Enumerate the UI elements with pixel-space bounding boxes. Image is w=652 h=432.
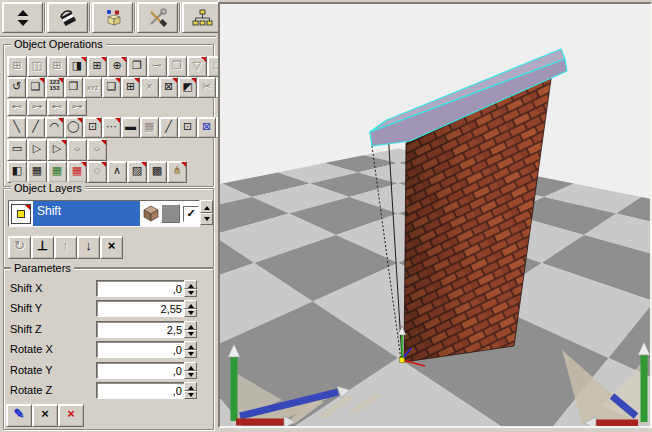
slope-button[interactable]: ╱ xyxy=(159,117,178,138)
layer-spinner[interactable] xyxy=(200,200,213,225)
rectangle-button[interactable]: ▭ xyxy=(7,139,27,161)
rotate-y-input[interactable] xyxy=(96,362,186,379)
thick-line-button[interactable]: ▬ xyxy=(121,117,140,138)
subdivide-grid-button[interactable]: ⊞ xyxy=(87,56,107,77)
dot-circle-button[interactable]: ◌ xyxy=(87,161,107,183)
delete-parameters-button[interactable]: × xyxy=(58,404,84,427)
copy-object-button[interactable]: ❏ xyxy=(26,77,45,98)
vegetation-grid-button[interactable]: ▦ xyxy=(47,161,67,183)
layer-visible-checkbox[interactable]: ✓ xyxy=(183,206,199,222)
polygon-button[interactable]: ▷ xyxy=(47,139,67,161)
segment-mode-button[interactable]: ⊶ xyxy=(27,99,47,116)
layer-name[interactable]: Shift xyxy=(33,201,140,226)
oval-button[interactable]: ○ xyxy=(87,139,107,161)
transform-copy-icon: ❐ xyxy=(69,78,79,94)
dot-grid-button[interactable]: ▩ xyxy=(147,161,167,183)
noise-grid-button[interactable]: ▨ xyxy=(127,161,147,183)
paint-fill-button[interactable]: ◧ xyxy=(7,161,27,183)
peak-button[interactable]: ∧ xyxy=(107,161,127,183)
layer-texture-cube-icon[interactable] xyxy=(142,205,159,222)
move-layer-down-button[interactable]: ↓ xyxy=(77,236,100,259)
tools-button[interactable] xyxy=(137,2,178,33)
segment-mode-button[interactable]: ⊷ xyxy=(7,99,27,116)
paste-corner-button[interactable]: ❏ xyxy=(102,77,121,98)
clear-parameters-button[interactable]: × xyxy=(32,404,58,427)
object-box-button[interactable] xyxy=(92,2,133,33)
polygon-icon: ▷ xyxy=(53,140,61,157)
spinner-up-icon[interactable] xyxy=(184,300,197,309)
shift-z-input[interactable] xyxy=(96,321,186,338)
merge-cells-button[interactable]: ⊞ xyxy=(7,56,27,77)
tree-button[interactable]: ⋔ xyxy=(167,161,187,183)
spinner-down-icon[interactable] xyxy=(184,330,197,339)
rotate-y-spinner[interactable] xyxy=(184,362,197,379)
rotate-undo-button[interactable]: ↺ xyxy=(7,77,26,98)
rotate-x-input[interactable] xyxy=(96,341,186,358)
polyline-button[interactable]: ╲ xyxy=(7,117,26,138)
center-point-button[interactable]: ⊡ xyxy=(83,117,102,138)
move-layer-down-icon: ↓ xyxy=(85,238,92,253)
diagonal-box-button[interactable]: ◩ xyxy=(178,77,197,98)
shift-y-spinner[interactable] xyxy=(184,300,197,317)
rotate-z-spinner[interactable] xyxy=(184,382,197,399)
rotate-x-spinner[interactable] xyxy=(184,341,197,358)
red-corner-marker xyxy=(58,118,63,123)
renumber-button[interactable]: 123 153 xyxy=(45,77,64,98)
shift-y-input[interactable] xyxy=(96,300,186,317)
red-grid-button[interactable]: ▦ xyxy=(67,161,87,183)
sphere-grid-button[interactable]: ⊕ xyxy=(107,56,127,77)
spinner-down-icon[interactable] xyxy=(184,350,197,359)
spinner-down-icon[interactable] xyxy=(200,213,213,226)
spinner-down-icon[interactable] xyxy=(184,289,197,298)
anchor-layer-button[interactable]: ⊥ xyxy=(31,236,54,259)
mesh-sphere-button[interactable]: ▦ xyxy=(140,117,159,138)
move-layer-up-button[interactable]: ↑ xyxy=(54,236,77,259)
closed-curve-button[interactable]: ◯ xyxy=(64,117,83,138)
delete-layer-button[interactable]: × xyxy=(100,236,123,259)
split-half-button[interactable]: ◨ xyxy=(67,56,87,77)
grid-add-button[interactable]: ⊞ xyxy=(121,77,140,98)
pair-columns-button[interactable]: ◫ xyxy=(27,56,47,77)
segment-mode-button[interactable]: ⊶ xyxy=(67,99,87,116)
inset-square-button[interactable]: ⊡ xyxy=(178,117,197,138)
merge-grid-button[interactable]: ⊞ xyxy=(47,56,67,77)
sort-updown-button[interactable] xyxy=(2,2,43,33)
spinner-up-icon[interactable] xyxy=(184,341,197,350)
layer-color-chip[interactable] xyxy=(161,204,180,223)
connect-nodes-button[interactable]: ⊸ xyxy=(147,56,167,77)
duplicate-stack-button[interactable]: ❐ xyxy=(127,56,147,77)
spinner-down-icon[interactable] xyxy=(184,391,197,400)
transform-copy-button[interactable]: ❐ xyxy=(64,77,83,98)
viewport-3d[interactable] xyxy=(218,2,652,428)
cross-blend-button[interactable]: × xyxy=(140,77,159,98)
triangle-button[interactable]: ▷ xyxy=(27,139,47,161)
delete-box-button[interactable]: ⊠ xyxy=(159,77,178,98)
shift-x-spinner[interactable] xyxy=(184,280,197,297)
spinner-up-icon[interactable] xyxy=(200,200,213,213)
point-row-button[interactable]: ⋯ xyxy=(102,117,121,138)
xyz-align-button[interactable]: XYZ xyxy=(83,77,102,98)
spinner-up-icon[interactable] xyxy=(184,362,197,371)
spinner-up-icon[interactable] xyxy=(184,321,197,330)
blue-frame-button[interactable]: ⊠ xyxy=(197,117,216,138)
hierarchy-button[interactable] xyxy=(182,2,223,33)
spinner-up-icon[interactable] xyxy=(184,280,197,289)
rotate-z-input[interactable] xyxy=(96,382,186,399)
segment-mode-button[interactable]: ⊷ xyxy=(47,99,67,116)
cut-button[interactable]: ✂ xyxy=(197,77,216,98)
layer-list-item[interactable]: Shift ✓ xyxy=(8,200,200,227)
shift-x-input[interactable] xyxy=(96,280,186,297)
shift-z-spinner[interactable] xyxy=(184,321,197,338)
apply-parameters-button[interactable]: ✎ xyxy=(6,404,32,427)
arc-button[interactable]: ◠ xyxy=(45,117,64,138)
grid-button[interactable]: ▦ xyxy=(27,161,47,183)
filter-numbers-button[interactable]: ▽ xyxy=(187,56,207,77)
refresh-layer-button[interactable]: ↻ xyxy=(8,236,31,259)
spinner-down-icon[interactable] xyxy=(184,309,197,318)
line-button[interactable]: ╱ xyxy=(26,117,45,138)
spinner-up-icon[interactable] xyxy=(184,382,197,391)
overlap-squares-button[interactable]: ❐ xyxy=(167,56,187,77)
ellipse-button[interactable]: ○ xyxy=(67,139,87,161)
paint-bucket-button[interactable] xyxy=(47,2,88,33)
spinner-down-icon[interactable] xyxy=(184,371,197,380)
